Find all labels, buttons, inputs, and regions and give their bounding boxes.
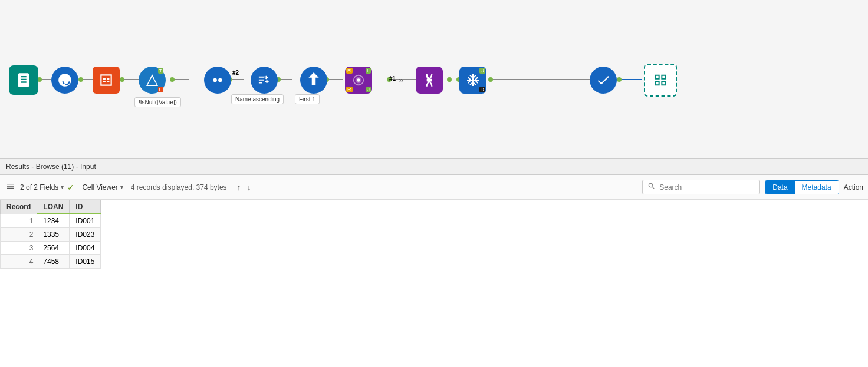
results-header: Results - Browse (11) - Input — [0, 159, 868, 175]
data-table-container: Record LOAN ID 1 1234 ID001 2 1335 ID023… — [0, 200, 868, 367]
divider-3 — [231, 181, 231, 193]
sort-ascending-button[interactable]: ↑ — [235, 181, 244, 193]
chevron-down-icon: ▾ — [61, 184, 64, 190]
cell-loan: 7458 — [37, 255, 70, 269]
divider-2 — [127, 181, 127, 193]
connector-dot — [120, 77, 124, 82]
first-label: First 1 — [295, 94, 320, 104]
svg-point-0 — [213, 78, 217, 82]
cell-id: ID015 — [70, 255, 101, 269]
connector-dot — [78, 77, 83, 82]
workflow-canvas: T F !IsNull([Value]) #2 Name ascending F… — [0, 0, 868, 159]
connector-dot — [170, 77, 175, 82]
results-title: Results - Browse (11) - Input — [6, 163, 96, 171]
check-icon: ✓ — [67, 183, 74, 192]
connector-dot — [617, 77, 622, 82]
node-transform[interactable] — [51, 67, 78, 94]
action-button[interactable]: Action — [844, 183, 863, 191]
node-first[interactable] — [300, 67, 327, 94]
cell-loan: 1335 — [37, 228, 70, 242]
connector-dot — [488, 77, 493, 82]
connector-line — [489, 79, 584, 80]
tab-data[interactable]: Data — [765, 181, 794, 194]
view-tabs: Data Metadata — [765, 180, 839, 194]
viewer-dropdown[interactable]: Cell Viewer ▾ — [82, 183, 123, 191]
tab-metadata[interactable]: Metadata — [795, 181, 839, 194]
workflow-container: T F !IsNull([Value]) #2 Name ascending F… — [6, 24, 861, 141]
connector-dot — [447, 77, 452, 82]
cell-loan: 1234 — [37, 214, 70, 228]
table-row: 4 7458 ID015 — [1, 255, 101, 269]
node-join[interactable]: R R L J — [345, 67, 372, 94]
col-header-record[interactable]: Record — [1, 200, 37, 214]
node-sort[interactable] — [251, 67, 278, 94]
cell-id: ID004 — [70, 242, 101, 255]
results-panel: Results - Browse (11) - Input 2 of 2 Fie… — [0, 159, 868, 367]
search-input[interactable] — [659, 183, 748, 191]
sort-descending-button[interactable]: ↓ — [245, 181, 254, 193]
number-label: #1 — [389, 75, 396, 82]
arrow-annotation: » — [399, 75, 403, 85]
node-sample[interactable] — [204, 67, 231, 94]
menu-icon-button[interactable] — [5, 180, 17, 194]
cell-loan: 2564 — [37, 242, 70, 255]
cell-record: 1 — [1, 214, 37, 228]
fields-label: 2 of 2 Fields — [20, 183, 58, 191]
toolbar-right: Data Metadata Action — [642, 180, 863, 194]
node-snowflake[interactable]: U D — [459, 67, 486, 94]
cell-record: 2 — [1, 228, 37, 242]
node-dna[interactable] — [416, 67, 443, 94]
table-row: 1 1234 ID001 — [1, 214, 101, 228]
results-toolbar: 2 of 2 Fields ▾ ✓ Cell Viewer ▾ 4 record… — [0, 175, 868, 200]
cell-record: 4 — [1, 255, 37, 269]
svg-point-1 — [218, 78, 222, 82]
fields-dropdown[interactable]: 2 of 2 Fields ▾ — [20, 183, 64, 191]
cell-id: ID001 — [70, 214, 101, 228]
node-browse[interactable] — [644, 64, 677, 97]
col-header-id[interactable]: ID — [70, 200, 101, 214]
node-check[interactable] — [590, 67, 617, 94]
node-book[interactable] — [9, 65, 38, 95]
filter-label: !IsNull([Value]) — [134, 97, 181, 107]
node-filter[interactable]: T F — [139, 67, 166, 94]
data-table: Record LOAN ID 1 1234 ID001 2 1335 ID023… — [0, 200, 101, 269]
viewer-label: Cell Viewer — [82, 183, 117, 191]
table-row: 2 1335 ID023 — [1, 228, 101, 242]
cell-record: 3 — [1, 242, 37, 255]
connector-line — [618, 79, 642, 80]
search-box — [642, 180, 760, 194]
col-header-loan[interactable]: LOAN — [37, 200, 70, 214]
search-icon — [647, 182, 656, 192]
divider — [78, 181, 78, 193]
sort-label: Name ascending — [231, 94, 284, 104]
records-info: 4 records displayed, 374 bytes — [131, 183, 227, 191]
cell-id: ID023 — [70, 228, 101, 242]
node-input-data[interactable] — [93, 67, 120, 94]
viewer-chevron-icon: ▾ — [120, 184, 123, 190]
sort-buttons: ↑ ↓ — [235, 181, 254, 193]
table-row: 3 2564 ID004 — [1, 242, 101, 255]
sort-number-label: #2 — [232, 70, 239, 76]
